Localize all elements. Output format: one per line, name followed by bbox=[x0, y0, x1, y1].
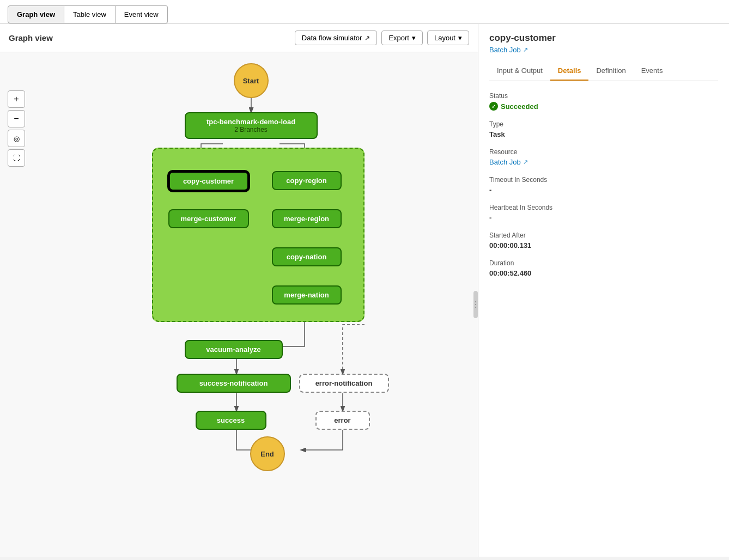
center-icon: ◎ bbox=[14, 135, 20, 143]
start-node[interactable]: Start bbox=[234, 63, 269, 98]
external-link-icon: ↗ bbox=[523, 159, 528, 166]
export-button[interactable]: Export ▾ bbox=[381, 31, 423, 45]
resource-label: Resource bbox=[489, 148, 718, 156]
started-after-label: Started After bbox=[489, 232, 718, 239]
started-after-field: Started After 00:00:00.131 bbox=[489, 232, 718, 249]
error-notification-node[interactable]: error-notification bbox=[299, 374, 389, 393]
merge-region-node[interactable]: merge-region bbox=[272, 209, 342, 228]
tab-graph-view[interactable]: Graph view bbox=[8, 5, 64, 23]
copy-nation-node[interactable]: copy-nation bbox=[272, 247, 342, 266]
copy-customer-node[interactable]: copy-customer bbox=[168, 171, 249, 191]
fit-icon: ⛶ bbox=[13, 154, 20, 162]
type-field: Type Task bbox=[489, 120, 718, 138]
duration-field: Duration 00:00:52.460 bbox=[489, 259, 718, 277]
heartbeat-field: Heartbeat In Seconds - bbox=[489, 204, 718, 222]
center-button[interactable]: ◎ bbox=[8, 130, 25, 147]
tab-event-view[interactable]: Event view bbox=[116, 5, 168, 23]
dropdown-icon: ▾ bbox=[412, 34, 416, 42]
zoom-in-button[interactable]: + bbox=[8, 90, 25, 108]
success-notification-node[interactable]: success-notification bbox=[177, 374, 291, 393]
external-link-icon: ↗ bbox=[523, 46, 528, 53]
panel-divider[interactable] bbox=[473, 291, 478, 318]
status-label: Status bbox=[489, 92, 718, 100]
end-node[interactable]: End bbox=[250, 436, 285, 471]
graph-title: Graph view bbox=[9, 33, 53, 42]
zoom-in-icon: + bbox=[14, 94, 19, 104]
timeout-label: Timeout In Seconds bbox=[489, 176, 718, 184]
detail-subtitle-link[interactable]: Batch Job ↗ bbox=[489, 46, 718, 54]
tab-input-output[interactable]: Input & Output bbox=[489, 62, 550, 81]
error-node[interactable]: error bbox=[315, 411, 370, 430]
merge-customer-node[interactable]: merge-customer bbox=[168, 209, 249, 228]
type-label: Type bbox=[489, 120, 718, 128]
duration-label: Duration bbox=[489, 259, 718, 267]
data-flow-simulator-button[interactable]: Data flow simulator ↗ bbox=[295, 31, 378, 45]
status-check-icon: ✓ bbox=[489, 102, 498, 111]
zoom-out-icon: − bbox=[14, 114, 19, 124]
started-after-value: 00:00:00.131 bbox=[489, 241, 718, 249]
zoom-out-button[interactable]: − bbox=[8, 110, 25, 127]
graph-canvas: Start tpc-benchmark-demo-load 2 Branches… bbox=[0, 52, 478, 557]
duration-value: 00:00:52.460 bbox=[489, 269, 718, 277]
status-badge: ✓ Succeeded bbox=[489, 102, 718, 111]
tab-definition[interactable]: Definition bbox=[588, 62, 633, 81]
heartbeat-value: - bbox=[489, 214, 718, 222]
status-field: Status ✓ Succeeded bbox=[489, 92, 718, 111]
resource-value[interactable]: Batch Job ↗ bbox=[489, 158, 718, 166]
tab-table-view[interactable]: Table view bbox=[64, 5, 116, 23]
layout-button[interactable]: Layout ▾ bbox=[427, 31, 469, 45]
external-link-icon: ↗ bbox=[364, 34, 370, 42]
detail-title: copy-customer bbox=[489, 33, 718, 44]
merge-nation-node[interactable]: merge-nation bbox=[272, 285, 342, 305]
heartbeat-label: Heartbeat In Seconds bbox=[489, 204, 718, 211]
dropdown-icon: ▾ bbox=[458, 34, 462, 42]
fit-button[interactable]: ⛶ bbox=[8, 149, 25, 167]
vacuum-analyze-node[interactable]: vacuum-analyze bbox=[185, 340, 283, 359]
tpc-node[interactable]: tpc-benchmark-demo-load 2 Branches bbox=[185, 112, 318, 139]
timeout-value: - bbox=[489, 186, 718, 194]
copy-region-node[interactable]: copy-region bbox=[272, 171, 342, 190]
success-node[interactable]: success bbox=[196, 411, 266, 430]
tab-details[interactable]: Details bbox=[550, 62, 589, 81]
resource-field: Resource Batch Job ↗ bbox=[489, 148, 718, 166]
tab-events[interactable]: Events bbox=[634, 62, 671, 81]
timeout-field: Timeout In Seconds - bbox=[489, 176, 718, 194]
type-value: Task bbox=[489, 130, 718, 138]
